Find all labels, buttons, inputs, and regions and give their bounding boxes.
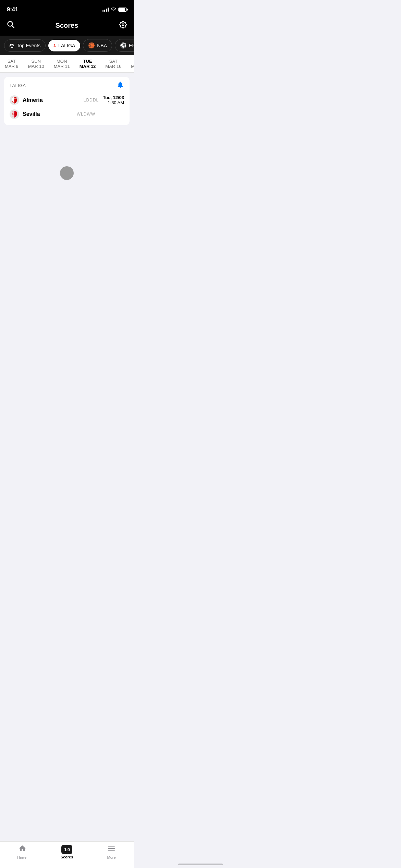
signal-icon: [102, 8, 109, 12]
epl-icon: ⚽: [120, 42, 127, 49]
nba-label: NBA: [97, 43, 107, 48]
day-num-mar16: MAR 16: [105, 64, 121, 69]
status-icons: [102, 7, 127, 12]
day-num-mar11: MAR 11: [54, 64, 70, 69]
day-num-mar10: MAR 10: [28, 64, 44, 69]
league-tab-nba[interactable]: 🏀 NBA: [83, 39, 112, 52]
match-date: Tue, 12/03: [103, 95, 124, 100]
home-team-name: Almería: [23, 97, 84, 103]
epl-label: EPL: [129, 43, 134, 48]
top-events-label: Top Events: [17, 43, 40, 48]
day-num-mar17: MAR 17: [131, 64, 134, 69]
away-team-form: WLDWW: [77, 112, 95, 117]
date-tab-sun-mar10[interactable]: SUN MAR 10: [23, 55, 49, 72]
date-tab-sat-mar16[interactable]: SAT MAR 16: [100, 55, 126, 72]
day-num-mar12: MAR 12: [80, 64, 96, 69]
league-tabs: 🏟 Top Events L LALIGA 🏀 NBA ⚽ EPL: [0, 36, 134, 55]
match-time: 1:30 AM: [103, 100, 124, 105]
date-tab-mon-mar11[interactable]: MON MAR 11: [49, 55, 75, 72]
nba-icon: 🏀: [88, 42, 95, 49]
day-name-tue12: TUE: [83, 59, 92, 64]
away-team-name: Sevilla: [23, 111, 77, 117]
match-card-almeria-sevilla[interactable]: LALIGA U: [4, 77, 130, 125]
day-name-mon11: MON: [57, 59, 67, 64]
wifi-icon: [111, 7, 116, 12]
match-rows: U Almería LDDDL Tue, 12/03 1:30 AM: [4, 93, 130, 125]
loading-indicator: [60, 166, 74, 180]
battery-icon: [118, 8, 127, 12]
top-events-icon: 🏟: [9, 43, 15, 49]
match-time-block: Tue, 12/03 1:30 AM: [103, 95, 124, 105]
date-tab-sat-mar9[interactable]: SAT MAR 9: [0, 55, 23, 72]
day-name-sat9: SAT: [8, 59, 16, 64]
page-title: Scores: [56, 22, 78, 29]
almeria-logo: U: [10, 95, 19, 105]
date-tab-tue-mar12[interactable]: TUE MAR 12: [75, 55, 101, 72]
league-tab-epl[interactable]: ⚽ EPL: [115, 39, 134, 52]
sevilla-logo: SFC: [10, 109, 19, 119]
svg-line-1: [12, 26, 14, 28]
home-team-form: LDDDL: [84, 98, 99, 103]
search-button[interactable]: [7, 21, 14, 30]
home-team-row: U Almería LDDDL Tue, 12/03 1:30 AM: [4, 93, 130, 107]
date-tabs: SAT MAR 9 SUN MAR 10 MON MAR 11 TUE MAR …: [0, 55, 134, 73]
header: Scores: [0, 17, 134, 36]
league-tab-laliga[interactable]: L LALIGA: [48, 40, 80, 51]
laliga-icon: L: [53, 43, 56, 48]
content-area: LALIGA U: [0, 73, 134, 278]
day-num-mar9: MAR 9: [5, 64, 19, 69]
status-time: 9:41: [7, 6, 18, 13]
svg-point-2: [122, 24, 124, 26]
status-bar: 9:41: [0, 0, 134, 17]
match-card-header: LALIGA: [4, 77, 130, 93]
svg-text:U: U: [13, 99, 15, 102]
league-tab-top-events[interactable]: 🏟 Top Events: [4, 39, 46, 52]
away-team-row: SFC Sevilla WLDWW: [4, 107, 130, 121]
day-name-sun10: SUN: [31, 59, 40, 64]
notification-bell-icon[interactable]: [117, 81, 124, 90]
settings-button[interactable]: [119, 21, 127, 30]
svg-text:SFC: SFC: [12, 113, 17, 116]
laliga-label: LALIGA: [58, 43, 75, 48]
match-league-name: LALIGA: [10, 83, 26, 88]
day-name-sat16: SAT: [109, 59, 118, 64]
date-tab-sun-mar17[interactable]: SUN MAR 17: [126, 55, 134, 72]
